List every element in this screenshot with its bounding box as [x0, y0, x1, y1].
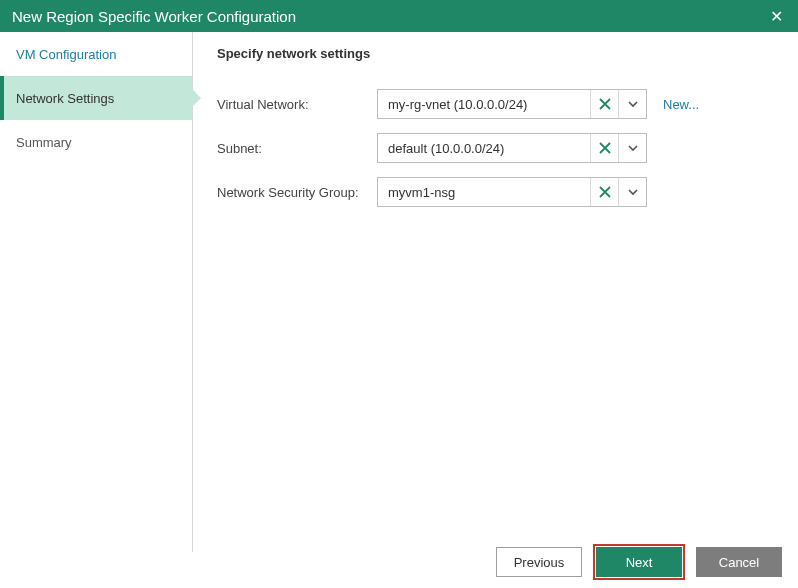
nsg-label: Network Security Group:: [217, 185, 377, 200]
virtual-network-combo[interactable]: my-rg-vnet (10.0.0.0/24): [377, 89, 647, 119]
wizard-footer: Previous Next Cancel: [0, 552, 798, 588]
sidebar-item-label: Network Settings: [16, 91, 114, 106]
clear-icon[interactable]: [590, 178, 618, 206]
sidebar-item-network-settings[interactable]: Network Settings: [0, 76, 192, 120]
sidebar-item-label: VM Configuration: [16, 47, 116, 62]
wizard-sidebar: VM Configuration Network Settings Summar…: [0, 32, 193, 552]
row-nsg: Network Security Group: myvm1-nsg: [217, 177, 774, 207]
main-panel: Specify network settings Virtual Network…: [193, 32, 798, 552]
titlebar: New Region Specific Worker Configuration…: [0, 0, 798, 32]
sidebar-item-summary[interactable]: Summary: [0, 120, 192, 164]
sidebar-item-label: Summary: [16, 135, 72, 150]
next-button[interactable]: Next: [596, 547, 682, 577]
subnet-combo[interactable]: default (10.0.0.0/24): [377, 133, 647, 163]
new-virtual-network-link[interactable]: New...: [663, 97, 699, 112]
row-subnet: Subnet: default (10.0.0.0/24): [217, 133, 774, 163]
nsg-combo[interactable]: myvm1-nsg: [377, 177, 647, 207]
row-virtual-network: Virtual Network: my-rg-vnet (10.0.0.0/24…: [217, 89, 774, 119]
sidebar-item-vm-configuration[interactable]: VM Configuration: [0, 32, 192, 76]
nsg-value: myvm1-nsg: [378, 178, 590, 206]
virtual-network-label: Virtual Network:: [217, 97, 377, 112]
chevron-down-icon[interactable]: [618, 90, 646, 118]
close-icon[interactable]: ✕: [766, 7, 786, 26]
subnet-label: Subnet:: [217, 141, 377, 156]
window-title: New Region Specific Worker Configuration: [12, 8, 296, 25]
clear-icon[interactable]: [590, 90, 618, 118]
chevron-down-icon[interactable]: [618, 134, 646, 162]
cancel-button[interactable]: Cancel: [696, 547, 782, 577]
subnet-value: default (10.0.0.0/24): [378, 134, 590, 162]
previous-button[interactable]: Previous: [496, 547, 582, 577]
chevron-down-icon[interactable]: [618, 178, 646, 206]
panel-heading: Specify network settings: [217, 46, 774, 61]
clear-icon[interactable]: [590, 134, 618, 162]
virtual-network-value: my-rg-vnet (10.0.0.0/24): [378, 90, 590, 118]
